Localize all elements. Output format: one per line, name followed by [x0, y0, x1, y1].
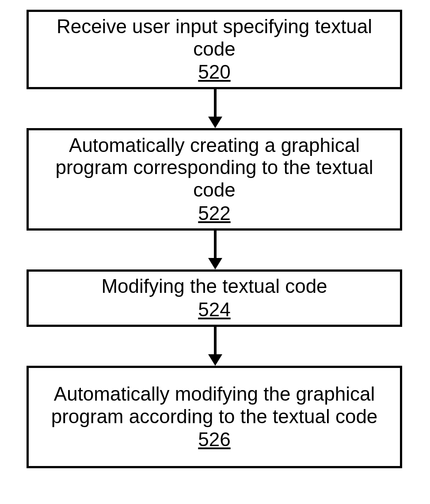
step-text: Automatically modifying the graphical pr… [37, 383, 392, 428]
step-text: Automatically creating a graphical progr… [37, 134, 392, 201]
step-ref: 524 [198, 299, 230, 321]
step-ref: 526 [198, 428, 230, 451]
flow-step-526: Automatically modifying the graphical pr… [27, 366, 402, 468]
step-ref: 520 [198, 61, 230, 83]
flow-step-522: Automatically creating a graphical progr… [27, 128, 402, 231]
step-text: Modifying the textual code [101, 275, 327, 298]
step-ref: 522 [198, 202, 230, 225]
flow-step-520: Receive user input specifying textual co… [27, 10, 402, 89]
flow-step-524: Modifying the textual code 524 [27, 269, 402, 327]
arrow-down-icon [206, 89, 224, 128]
arrow-down-icon [206, 231, 224, 269]
arrow-down-icon [206, 327, 224, 366]
flowchart: Receive user input specifying textual co… [0, 0, 430, 504]
step-text: Receive user input specifying textual co… [37, 15, 392, 60]
